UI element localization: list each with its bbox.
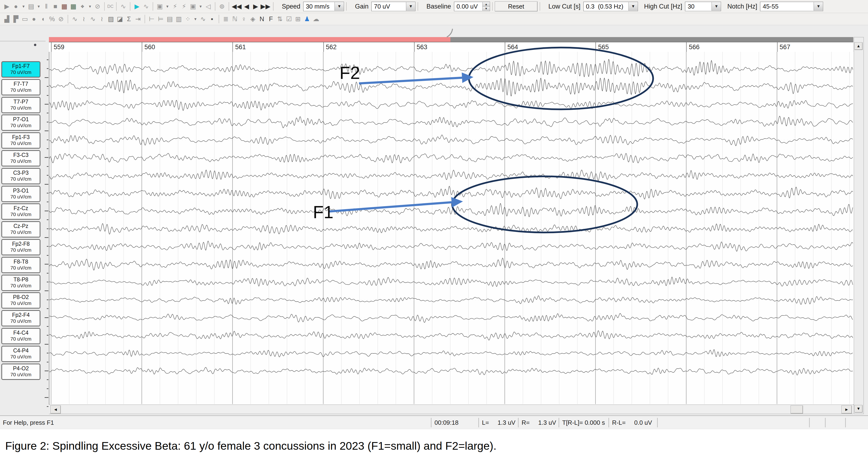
sum-icon[interactable]: Σ: [125, 15, 133, 24]
play-review-icon[interactable]: ▶: [133, 2, 141, 11]
channel-box-Cz-Pz[interactable]: Cz-Pz70 uV/cm: [1, 221, 40, 237]
female-icon[interactable]: ♀: [240, 15, 248, 24]
marker-right-icon[interactable]: ⊨: [157, 15, 165, 24]
pause-icon[interactable]: ‖: [42, 2, 50, 11]
prune-icon[interactable]: ⚡: [171, 2, 179, 11]
columns-icon[interactable]: ▥: [175, 15, 183, 24]
marker-left-icon[interactable]: ⊢: [148, 15, 156, 24]
channel-box-P7-O1[interactable]: P7-O170 uV/cm: [1, 115, 40, 131]
reset-button[interactable]: Reset: [495, 1, 537, 11]
sine-icon[interactable]: ∿: [71, 15, 79, 24]
time-cell-563[interactable]: 563: [414, 42, 505, 52]
zoom-menu-icon[interactable]: ▾: [87, 2, 93, 11]
half-ellipse-tool-icon[interactable]: ◖: [39, 15, 47, 24]
findings-icon[interactable]: F: [267, 15, 275, 24]
channel-box-F3-C3[interactable]: F3-C370 uV/cm: [1, 150, 40, 166]
horizontal-scrollbar-thumb[interactable]: [790, 405, 803, 413]
spin-down-icon[interactable]: ▼: [483, 7, 490, 11]
histogram-icon[interactable]: ▟: [3, 15, 11, 24]
snapshot-menu-icon[interactable]: ▾: [165, 2, 170, 11]
sine-pair-icon[interactable]: ∿: [89, 15, 97, 24]
notes-icon[interactable]: N: [258, 15, 266, 24]
time-cell-566[interactable]: 566: [686, 42, 777, 52]
diamond-icon[interactable]: ◈: [249, 15, 257, 24]
notch-dropdown[interactable]: 45-55 ▼: [760, 2, 823, 11]
high-cut-dropdown[interactable]: 30 ▼: [685, 2, 721, 11]
chevron-down-icon[interactable]: ▼: [712, 2, 721, 11]
scatter-icon[interactable]: ⁘: [184, 15, 192, 24]
chevron-down-icon[interactable]: ▼: [628, 2, 638, 11]
sort-icon[interactable]: ⇅: [276, 15, 284, 24]
time-cell-565[interactable]: 565: [595, 42, 687, 52]
panel-menu-dot[interactable]: [34, 44, 36, 46]
eeg-trace-area[interactable]: [49, 52, 854, 405]
time-cell-560[interactable]: 560: [142, 42, 233, 52]
time-cell-559[interactable]: 559: [51, 42, 142, 52]
montage-icon[interactable]: ▦: [60, 2, 68, 11]
channel-box-C4-P4[interactable]: C4-P470 uV/cm: [1, 346, 40, 362]
snapshot-icon[interactable]: ▣: [156, 2, 164, 11]
time-cell-561[interactable]: 561: [232, 42, 323, 52]
cloud-icon[interactable]: ☁: [312, 15, 320, 24]
play-icon[interactable]: ▶: [3, 2, 11, 11]
page-prev-icon[interactable]: ◀: [243, 2, 251, 11]
channel-box-T7-P7[interactable]: T7-P770 uV/cm: [1, 97, 40, 113]
ellipse-tool-icon[interactable]: ●: [30, 15, 38, 24]
black-square-icon[interactable]: ▪: [208, 15, 216, 24]
screen-off-icon[interactable]: ⊘: [94, 2, 102, 11]
channel-box-F4-C4[interactable]: F4-C470 uV/cm: [1, 328, 40, 344]
channel-box-Fp1-F7[interactable]: Fp1-F770 uV/cm: [1, 61, 40, 78]
scroll-left-icon[interactable]: ◄: [50, 405, 61, 413]
channel-box-P8-O2[interactable]: P8-O270 uV/cm: [1, 292, 40, 309]
dc-offset-icon[interactable]: DC: [107, 2, 114, 11]
chevron-down-icon[interactable]: ▼: [814, 2, 823, 11]
hatch-square-icon[interactable]: ▨: [107, 15, 115, 24]
patient-icon[interactable]: ♟: [303, 15, 311, 24]
rectangle-tool-icon[interactable]: ▭: [21, 15, 29, 24]
channel-box-Fp2-F4[interactable]: Fp2-F470 uV/cm: [1, 310, 40, 326]
no-symbol-icon[interactable]: ⊘: [57, 15, 65, 24]
record-menu-icon[interactable]: ▾: [21, 2, 26, 11]
horizontal-scrollbar[interactable]: ◄ ►: [49, 404, 853, 414]
chevron-down-icon[interactable]: ▼: [335, 2, 344, 11]
grid-icon[interactable]: ⊞: [294, 15, 302, 24]
time-cell-562[interactable]: 562: [323, 42, 414, 52]
page-next-icon[interactable]: ▶: [252, 2, 260, 11]
prune-alt-icon[interactable]: ⚡: [180, 2, 188, 11]
channel-box-Fz-Cz[interactable]: Fz-Cz70 uV/cm: [1, 203, 40, 220]
montage-alt-icon[interactable]: ▦: [69, 2, 78, 11]
scatter-menu-icon[interactable]: ▾: [193, 15, 198, 24]
time-cell-567[interactable]: 567: [777, 42, 853, 52]
spin-up-icon[interactable]: ▲: [483, 2, 490, 7]
table-icon[interactable]: ▤: [166, 15, 174, 24]
time-cell-564[interactable]: 564: [505, 42, 596, 52]
channel-box-Fp2-F8[interactable]: Fp2-F870 uV/cm: [1, 239, 40, 255]
time-axis[interactable]: 559560561562563564565566567: [49, 42, 853, 53]
channel-box-P4-O2[interactable]: P4-O270 uV/cm: [1, 364, 40, 380]
baseline-spinner[interactable]: ▲▼: [483, 2, 490, 11]
scroll-right-icon[interactable]: ►: [841, 405, 852, 413]
open-study-icon[interactable]: ▤: [27, 2, 35, 11]
stop-icon[interactable]: ■: [51, 2, 59, 11]
list-icon[interactable]: ≣: [222, 15, 230, 24]
jump-end-icon[interactable]: ⇥: [134, 15, 142, 24]
speed-dropdown[interactable]: 30 mm/s ▼: [303, 2, 344, 11]
hypnogram-icon[interactable]: ℕ: [231, 15, 239, 24]
page-first-icon[interactable]: ◀◀: [232, 2, 242, 11]
sine-multi-icon[interactable]: ≀: [98, 15, 106, 24]
scroll-down-icon[interactable]: ▼: [855, 405, 863, 412]
camera-icon[interactable]: ⊚: [218, 2, 226, 11]
channel-box-F7-T7[interactable]: F7-T770 uV/cm: [1, 79, 40, 95]
pause-review-icon[interactable]: ∿: [142, 2, 150, 11]
channel-box-F8-T8[interactable]: F8-T870 uV/cm: [1, 257, 40, 273]
percent-icon[interactable]: %: [48, 15, 56, 24]
mute-icon[interactable]: ◁: [204, 2, 212, 11]
chevron-down-icon[interactable]: ▼: [406, 2, 415, 11]
wave-small-icon[interactable]: ∿: [199, 15, 207, 24]
low-cut-dropdown[interactable]: 0.3 (0.53 Hz) ▼: [583, 2, 638, 11]
page-last-icon[interactable]: ▶▶: [261, 2, 271, 11]
window-menu-icon[interactable]: ▾: [198, 2, 203, 11]
half-square-icon[interactable]: ◪: [116, 15, 124, 24]
recording-progress-track[interactable]: [49, 37, 853, 42]
vertical-scrollbar[interactable]: [854, 37, 864, 414]
